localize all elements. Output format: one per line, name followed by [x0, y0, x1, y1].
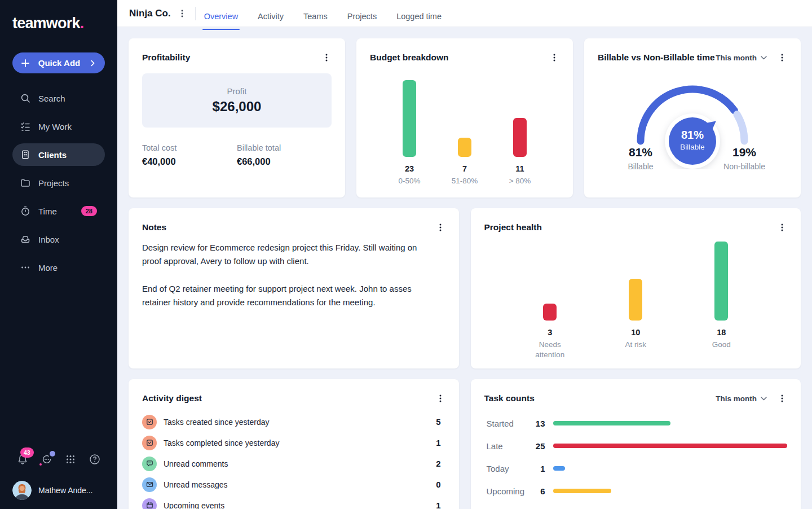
dashboard: Profitability Profit $26,000 Total cost …	[117, 27, 812, 509]
notes-body: Design review for Ecommerce redesign pro…	[142, 241, 445, 309]
chevron-down-icon	[761, 56, 767, 60]
note-paragraph: End of Q2 retainer meeting for support p…	[142, 282, 434, 310]
quick-add-label: Quick Add	[30, 58, 89, 68]
sidebar-item-label: Search	[38, 94, 65, 103]
inbox-icon	[20, 234, 30, 244]
card-title: Budget breakdown	[370, 52, 449, 63]
digest-value: 0	[436, 480, 445, 489]
task-counts-card: Task counts This month Started 13	[471, 379, 801, 509]
bar-category: At risk	[602, 340, 669, 360]
bar-value: 11	[493, 164, 547, 173]
task-row-today: Today 1	[484, 457, 788, 480]
digest-value: 5	[436, 417, 445, 427]
quick-add-button[interactable]: Quick Add	[12, 52, 105, 73]
bar-good	[714, 242, 728, 321]
task-label: Late	[487, 441, 532, 451]
bar-value: 18	[687, 328, 755, 337]
billable-label: Billable	[610, 162, 672, 171]
kebab-menu-icon[interactable]	[549, 52, 559, 63]
bar-0-50	[403, 80, 416, 157]
digest-value: 1	[436, 438, 445, 447]
bar-value: 10	[602, 328, 669, 337]
tabs: Overview Activity Teams Projects Logged …	[204, 3, 442, 30]
sidebar-item-label: Projects	[38, 178, 69, 188]
kebab-menu-icon[interactable]	[777, 222, 787, 233]
digest-row-unread-messages[interactable]: Unread messages 0	[142, 474, 445, 495]
non-billable-stat: 19% Non-billable	[713, 146, 775, 171]
message-icon	[142, 477, 157, 492]
card-title: Project health	[484, 222, 542, 232]
gauge-center-value: 81%	[667, 129, 718, 142]
logo-dot: .	[80, 15, 84, 32]
total-cost-label: Total cost	[142, 143, 237, 152]
note-paragraph: Design review for Ecommerce redesign pro…	[142, 241, 434, 269]
chevron-right-icon	[89, 59, 96, 67]
sidebar-item-time[interactable]: Time 28	[12, 200, 105, 222]
sidebar-nav: Search My Work Clients Projects Time 28 …	[0, 87, 117, 284]
user-profile[interactable]: Mathew Ande...	[11, 481, 106, 500]
sidebar-item-clients[interactable]: Clients	[12, 143, 105, 166]
sidebar-item-projects[interactable]: Projects	[12, 172, 105, 194]
task-bar-started	[553, 421, 671, 425]
card-title: Notes	[142, 222, 166, 232]
budget-bar-chart: 23 7 11 0-50% 51-80% > 80%	[370, 72, 559, 186]
tab-teams[interactable]: Teams	[303, 3, 328, 30]
apps-grid-button[interactable]	[64, 453, 77, 466]
bar-category: > 80%	[493, 176, 547, 186]
kebab-menu-icon[interactable]	[435, 393, 445, 404]
sidebar-item-label: Inbox	[38, 235, 59, 244]
digest-row-unread-comments[interactable]: Unread comments 2	[142, 453, 445, 474]
digest-value: 2	[436, 459, 445, 468]
bar-category: Needs attention	[524, 340, 575, 360]
digest-row-tasks-completed[interactable]: Tasks completed since yesterday 1	[142, 432, 445, 453]
kebab-menu-icon[interactable]	[777, 52, 787, 63]
sidebar-item-inbox[interactable]: Inbox	[12, 228, 105, 251]
digest-row-upcoming-events[interactable]: Upcoming events 1	[142, 495, 445, 509]
teamwork-logo: teamwork.	[0, 0, 117, 32]
bar-category: 51-80%	[438, 176, 492, 186]
tab-logged-time[interactable]: Logged time	[396, 3, 442, 30]
sidebar-item-my-work[interactable]: My Work	[12, 115, 105, 138]
stopwatch-icon	[20, 206, 30, 216]
digest-row-tasks-created[interactable]: Tasks created since yesterday 5	[142, 411, 445, 432]
ellipsis-icon	[20, 262, 30, 273]
kebab-menu-icon[interactable]	[777, 393, 787, 404]
period-label: This month	[716, 394, 757, 403]
card-title: Profitability	[142, 52, 190, 63]
sidebar-item-search[interactable]: Search	[12, 87, 105, 109]
task-value: 6	[532, 486, 553, 496]
billable-total-label: Billable total	[237, 143, 332, 152]
notifications-button[interactable]: 43	[16, 453, 29, 466]
task-counts-chart: Started 13 Late 25 Today 1	[484, 412, 788, 502]
billable-time-card: Billable vs Non-Billable time This month	[584, 38, 801, 198]
task-row-upcoming: Upcoming 6	[484, 480, 788, 502]
time-badge: 28	[81, 206, 97, 216]
bar-value: 7	[438, 164, 492, 173]
messenger-button[interactable]	[40, 453, 54, 466]
period-dropdown[interactable]: This month	[716, 394, 767, 403]
task-bar-upcoming	[553, 489, 611, 493]
digest-label: Upcoming events	[164, 501, 224, 509]
activity-digest-card: Activity digest Tasks created since yest…	[129, 379, 459, 509]
sidebar-item-label: Clients	[38, 150, 67, 160]
kebab-menu-icon[interactable]	[321, 52, 332, 63]
kebab-menu-icon[interactable]	[435, 222, 445, 233]
period-dropdown[interactable]: This month	[716, 54, 767, 62]
project-health-card: Project health 3 10 18 Needs attention A…	[471, 208, 801, 368]
bar-value: 23	[382, 164, 436, 173]
profit-value: $26,000	[213, 99, 262, 115]
bar-category: Good	[687, 340, 755, 360]
bar-value: 3	[516, 328, 584, 337]
sidebar-footer: 43 Mathew Ande...	[0, 453, 117, 509]
chat-status-dot	[50, 451, 55, 457]
billable-percent: 81%	[610, 146, 672, 159]
tab-overview[interactable]: Overview	[204, 3, 238, 30]
help-button[interactable]	[88, 453, 102, 466]
title-kebab-menu[interactable]	[178, 9, 186, 18]
tab-projects[interactable]: Projects	[347, 3, 377, 30]
card-title: Billable vs Non-Billable time	[598, 52, 715, 63]
sidebar-item-label: Time	[38, 207, 57, 216]
search-icon	[20, 93, 30, 103]
tab-activity[interactable]: Activity	[258, 3, 284, 30]
sidebar-item-more[interactable]: More	[12, 256, 105, 279]
